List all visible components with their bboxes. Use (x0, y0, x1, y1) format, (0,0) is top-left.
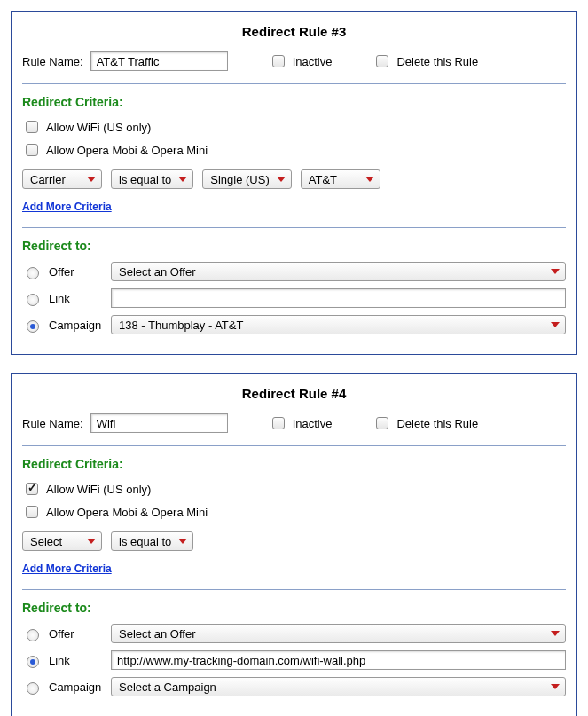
dest-radio-campaign[interactable] (27, 682, 39, 695)
dest-row-link: Link (22, 650, 566, 670)
chevron-down-icon (87, 539, 96, 544)
criteria-options: Allow WiFi (US only)Allow Opera Mobi & O… (22, 118, 566, 159)
dest-select-offer[interactable]: Select an Offer (111, 624, 566, 643)
allow-wifi-checkbox[interactable] (26, 483, 38, 495)
criteria-select-value: Carrier (30, 173, 66, 186)
rule-name-label: Rule Name: (22, 417, 83, 430)
criteria-select-row: Selectis equal to (22, 531, 566, 551)
allow-opera-row: Allow Opera Mobi & Opera Mini (22, 141, 566, 159)
dest-label-campaign: Campaign (49, 681, 104, 694)
rule-name-input[interactable] (90, 413, 228, 433)
criteria-select[interactable]: is equal to (111, 531, 193, 551)
inactive-checkbox[interactable] (272, 417, 285, 429)
allow-wifi-row: Allow WiFi (US only) (22, 118, 566, 136)
dest-select-offer[interactable]: Select an Offer (111, 262, 566, 281)
criteria-select-value: is equal to (119, 173, 171, 186)
criteria-select-value: Single (US) (210, 173, 269, 186)
chevron-down-icon (365, 177, 374, 182)
dest-label-link: Link (49, 292, 104, 305)
criteria-select[interactable]: AT&T (301, 169, 380, 189)
inactive-label: Inactive (293, 55, 333, 68)
inactive-checkbox-row: Inactive (269, 52, 333, 70)
rule-top-row: Rule Name:InactiveDelete this Rule (22, 51, 566, 71)
dest-select-value: 138 - Thumbplay - AT&T (119, 319, 243, 332)
criteria-select-value: AT&T (309, 173, 337, 186)
separator (22, 227, 566, 228)
allow-opera-checkbox[interactable] (26, 506, 38, 518)
chevron-down-icon (87, 177, 96, 182)
chevron-down-icon (551, 269, 560, 274)
criteria-select[interactable]: Carrier (22, 169, 102, 189)
dest-radio-link[interactable] (27, 294, 39, 306)
dest-link-input[interactable] (111, 650, 566, 670)
delete-label: Delete this Rule (396, 55, 478, 68)
dest-label-offer: Offer (49, 627, 104, 641)
dest-link-input[interactable] (111, 288, 566, 308)
dest-select-campaign[interactable]: Select a Campaign (111, 677, 566, 696)
dest-select-campaign[interactable]: 138 - Thumbplay - AT&T (111, 315, 566, 334)
criteria-select-row: Carrieris equal toSingle (US)AT&T (22, 169, 566, 189)
add-more-criteria-link[interactable]: Add More Criteria (22, 563, 112, 575)
dest-label-offer: Offer (49, 265, 104, 279)
dest-select-value: Select an Offer (119, 627, 195, 641)
dest-radio-campaign[interactable] (27, 320, 39, 333)
criteria-options: Allow WiFi (US only)Allow Opera Mobi & O… (22, 480, 566, 521)
allow-wifi-checkbox[interactable] (26, 121, 38, 133)
dest-radio-offer[interactable] (27, 267, 39, 279)
dest-label-link: Link (49, 654, 104, 667)
criteria-select-value: Select (30, 535, 62, 548)
criteria-title: Redirect Criteria: (22, 95, 566, 109)
chevron-down-icon (551, 631, 560, 636)
rule-panel: Redirect Rule #3Rule Name:InactiveDelete… (11, 11, 577, 355)
chevron-down-icon (277, 177, 286, 182)
chevron-down-icon (178, 539, 187, 544)
rule-name-label: Rule Name: (22, 55, 83, 68)
inactive-label: Inactive (293, 417, 333, 430)
criteria-title: Redirect Criteria: (22, 457, 566, 471)
dest-row-link: Link (22, 288, 566, 308)
delete-checkbox-row: Delete this Rule (372, 52, 478, 70)
delete-label: Delete this Rule (396, 417, 478, 430)
criteria-select-value: is equal to (119, 535, 171, 548)
chevron-down-icon (551, 684, 560, 689)
dest-row-campaign: CampaignSelect a Campaign (22, 677, 566, 696)
dest-label-campaign: Campaign (49, 319, 104, 332)
dest-radio-link[interactable] (27, 656, 39, 668)
rule-panel: Redirect Rule #4Rule Name:InactiveDelete… (11, 373, 577, 716)
add-more-criteria-link[interactable]: Add More Criteria (22, 201, 112, 213)
allow-opera-label: Allow Opera Mobi & Opera Mini (46, 144, 208, 157)
allow-wifi-label: Allow WiFi (US only) (46, 121, 151, 134)
rule-name-input[interactable] (90, 51, 228, 71)
chevron-down-icon (178, 177, 187, 182)
allow-opera-checkbox[interactable] (26, 144, 38, 156)
delete-checkbox[interactable] (376, 55, 388, 67)
allow-wifi-label: Allow WiFi (US only) (46, 483, 151, 496)
dest-radio-offer[interactable] (27, 629, 39, 641)
rule-title: Redirect Rule #3 (22, 24, 566, 39)
chevron-down-icon (551, 322, 560, 327)
dest-select-value: Select an Offer (119, 265, 195, 279)
dest-row-campaign: Campaign138 - Thumbplay - AT&T (22, 315, 566, 334)
dest-select-value: Select a Campaign (119, 681, 216, 694)
rule-top-row: Rule Name:InactiveDelete this Rule (22, 413, 566, 433)
redirect-to-title: Redirect to: (22, 239, 566, 253)
rule-title: Redirect Rule #4 (22, 386, 566, 401)
inactive-checkbox[interactable] (272, 55, 285, 67)
allow-opera-row: Allow Opera Mobi & Opera Mini (22, 503, 566, 521)
separator (22, 83, 566, 84)
criteria-select[interactable]: Single (US) (202, 169, 291, 189)
allow-wifi-row: Allow WiFi (US only) (22, 480, 566, 498)
dest-row-offer: OfferSelect an Offer (22, 624, 566, 643)
delete-checkbox[interactable] (376, 417, 388, 429)
inactive-checkbox-row: Inactive (269, 414, 333, 432)
criteria-select[interactable]: Select (22, 531, 102, 551)
delete-checkbox-row: Delete this Rule (372, 414, 478, 432)
separator (22, 445, 566, 446)
dest-row-offer: OfferSelect an Offer (22, 262, 566, 281)
redirect-to-title: Redirect to: (22, 601, 566, 615)
allow-opera-label: Allow Opera Mobi & Opera Mini (46, 506, 208, 519)
criteria-select[interactable]: is equal to (111, 169, 193, 189)
separator (22, 589, 566, 590)
